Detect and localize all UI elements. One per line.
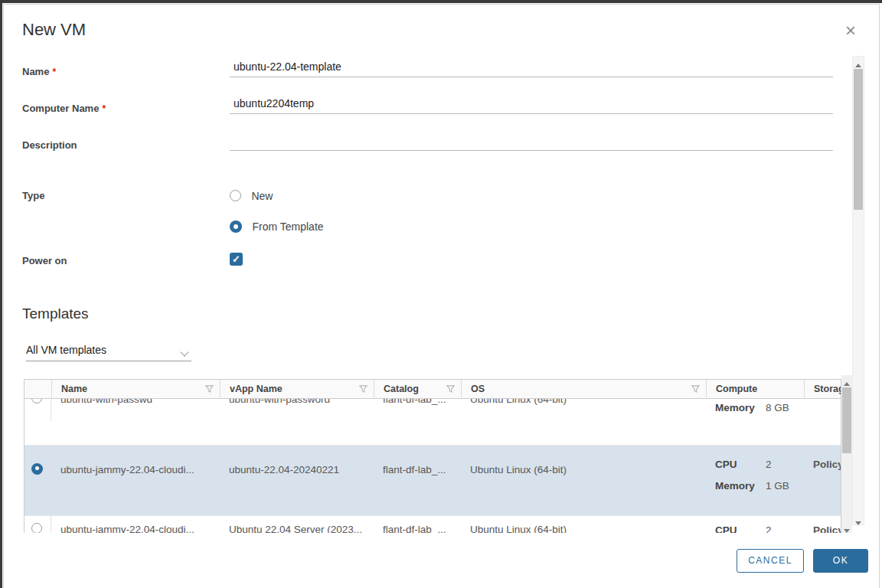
dialog-scrollbar[interactable]: [852, 56, 864, 525]
header-name[interactable]: Name: [51, 380, 220, 398]
table-scrollbar[interactable]: [841, 375, 852, 533]
radio-unchecked-icon[interactable]: [230, 190, 241, 201]
table-row[interactable]: ubuntu-jammy-22.04-cloudi... Ubuntu 22.0…: [24, 516, 841, 533]
cell-vapp-name: Ubuntu 22.04 Server (2023...: [220, 516, 374, 533]
cell-os: Ubuntu Linux (64-bit): [461, 516, 706, 533]
scroll-up-icon[interactable]: [853, 57, 864, 67]
cell-storage: Policy: [804, 399, 841, 421]
cell-catalog: flant-df-lab_...: [374, 446, 461, 515]
description-label: Description: [22, 139, 77, 151]
filter-icon[interactable]: [691, 385, 700, 396]
header-os[interactable]: OS: [461, 380, 706, 398]
templates-table: Name vApp Name Catalog: [24, 379, 841, 533]
power-on-label: Power on: [22, 255, 67, 266]
scrollbar-thumb[interactable]: [854, 69, 863, 210]
cell-name: ubuntu-with-passwd: [51, 399, 220, 421]
new-vm-dialog: New VM × Name* ubuntu-22.04-template Com…: [3, 4, 880, 588]
cell-storage: Policy: [804, 516, 841, 533]
row-radio-checked-icon[interactable]: [31, 463, 43, 475]
type-option-new[interactable]: New: [230, 188, 273, 202]
header-storage[interactable]: Storage: [804, 380, 841, 398]
description-input[interactable]: [230, 134, 833, 151]
table-body: ubuntu-with-passwd ubuntu-with-password …: [24, 399, 841, 533]
table-row[interactable]: ubuntu-with-passwd ubuntu-with-password …: [24, 399, 841, 446]
close-icon[interactable]: ×: [842, 23, 859, 40]
table-row[interactable]: ubuntu-jammy-22.04-cloudi... ubuntu-22.0…: [24, 446, 841, 516]
filter-icon[interactable]: [446, 385, 455, 396]
cell-name: ubuntu-jammy-22.04-cloudi...: [51, 516, 220, 533]
header-radio-column: [24, 380, 51, 398]
header-compute[interactable]: Compute: [706, 380, 804, 398]
required-asterisk: *: [52, 67, 56, 77]
app-chrome-left: [0, 0, 2, 588]
cell-storage: Policy: [804, 446, 841, 515]
type-option-new-label: New: [251, 190, 273, 202]
computer-name-input[interactable]: ubuntu2204temp: [230, 97, 833, 114]
row-radio-icon[interactable]: [31, 399, 42, 403]
required-asterisk: *: [102, 103, 106, 114]
cell-compute: CPU2 Memory1 GB: [706, 446, 804, 515]
cancel-button[interactable]: CANCEL: [737, 549, 804, 573]
power-on-checkbox[interactable]: ✓: [230, 253, 243, 266]
template-filter-value: All VM templates: [26, 344, 106, 356]
ok-button[interactable]: OK: [813, 549, 868, 573]
table-header: Name vApp Name Catalog: [24, 380, 841, 399]
cell-os: Ubuntu Linux (64-bit): [461, 446, 706, 515]
app-chrome-top: [0, 0, 882, 3]
type-option-from-template-label: From Template: [252, 220, 323, 233]
cell-catalog: flant-df-lab_...: [374, 516, 461, 533]
cell-name: ubuntu-jammy-22.04-cloudi...: [51, 446, 220, 515]
template-filter-dropdown[interactable]: All VM templates: [26, 344, 191, 361]
cell-compute: CPU4 Memory8 GB: [706, 399, 804, 421]
row-radio-icon[interactable]: [31, 523, 42, 533]
scroll-down-icon[interactable]: [853, 514, 864, 524]
cell-catalog: flant-df-lab_...: [374, 399, 461, 421]
filter-icon[interactable]: [359, 385, 368, 396]
type-label: Type: [22, 190, 44, 201]
cell-compute: CPU2: [706, 516, 804, 533]
scroll-up-icon[interactable]: [841, 375, 852, 385]
header-vapp-name[interactable]: vApp Name: [220, 380, 374, 398]
chevron-down-icon: [181, 349, 188, 356]
header-catalog[interactable]: Catalog: [374, 380, 461, 398]
radio-checked-icon[interactable]: [230, 220, 242, 233]
cell-os: Ubuntu Linux (64-bit): [461, 399, 706, 421]
type-option-from-template[interactable]: From Template: [230, 219, 324, 233]
name-label: Name*: [22, 66, 56, 77]
scrollbar-thumb[interactable]: [842, 387, 851, 453]
filter-icon[interactable]: [205, 385, 214, 396]
scroll-down-icon[interactable]: [841, 522, 852, 532]
name-input[interactable]: ubuntu-22.04-template: [230, 60, 833, 77]
page: New VM × Name* ubuntu-22.04-template Com…: [0, 0, 882, 588]
templates-heading: Templates: [22, 305, 89, 322]
dialog-title: New VM: [22, 20, 86, 40]
cell-vapp-name: ubuntu-with-password: [220, 399, 374, 421]
computer-name-label: Computer Name*: [22, 103, 106, 114]
cell-vapp-name: ubuntu-22.04-20240221: [220, 446, 374, 515]
